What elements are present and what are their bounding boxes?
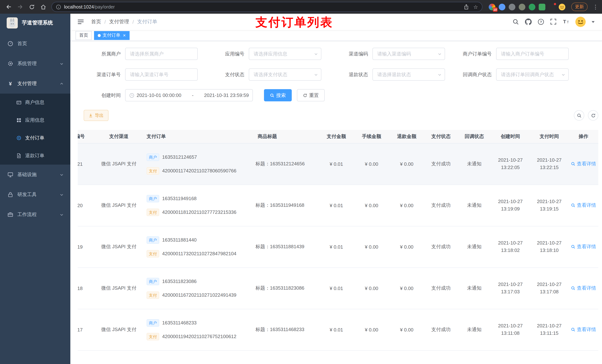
browser-update-button[interactable]: 更新 [571, 3, 588, 11]
cell-actions: 查看详情 [569, 143, 598, 185]
omnibox-actions: ☆ [464, 4, 478, 10]
extension-colorful-icon[interactable]: 10 [489, 3, 495, 10]
extension-gray-icon[interactable] [509, 3, 515, 10]
toggle-search-icon[interactable] [574, 110, 584, 121]
chevron-down-icon [561, 73, 565, 77]
sidebar-item-refund-order[interactable]: 退款订单 [0, 147, 70, 165]
cell-refund: ¥ 0.00 [389, 268, 424, 309]
share-icon[interactable] [464, 4, 469, 10]
github-icon[interactable] [525, 19, 532, 25]
back-icon[interactable] [4, 2, 14, 12]
sidebar-item-merchant-info[interactable]: 商户信息 [0, 94, 70, 111]
fullscreen-icon[interactable] [550, 19, 557, 25]
extension-blue-icon[interactable] [499, 3, 505, 10]
merchant-input[interactable] [125, 48, 198, 60]
cell-pay-order: 商户1635311351796 [143, 350, 254, 364]
breadcrumb-home[interactable]: 首页 [91, 19, 101, 25]
extension-green-square-icon[interactable] [539, 3, 545, 10]
top-navbar: 首页 / 支付管理 / 支付订单 支付订单列表 ? TT [70, 14, 602, 30]
url-host: localhost:1024 [64, 4, 94, 10]
refund-status-select[interactable] [372, 68, 445, 81]
view-detail-link[interactable]: 查看详情 [571, 326, 596, 333]
cell-pay-order: 商户1635311949168 支付4200001181202110277723… [143, 185, 254, 226]
home-icon[interactable] [38, 2, 48, 12]
hamburger-icon[interactable] [77, 18, 85, 26]
bookmark-star-icon[interactable]: ☆ [473, 4, 478, 10]
refund-status-input[interactable] [372, 68, 445, 81]
search-button[interactable]: 搜索 [264, 89, 292, 101]
merchant-select[interactable] [125, 48, 198, 60]
search-icon[interactable] [512, 19, 519, 25]
pay-tag: 支付 [147, 250, 159, 257]
merchant-order-no-field[interactable] [496, 48, 569, 60]
cell-channel [95, 350, 143, 364]
view-detail-link[interactable]: 查看详情 [571, 285, 596, 291]
sidebar-item-home[interactable]: 首页 [0, 34, 70, 54]
channel-code-select[interactable] [372, 48, 445, 60]
sidebar-menu: 首页 系统管理 ¥ 支付管理 商户信息 [0, 32, 70, 364]
breadcrumb-separator: / [104, 19, 106, 25]
filter-pay-status-label: 支付状态 [207, 71, 244, 78]
sidebar-item-payment[interactable]: ¥ 支付管理 [0, 74, 70, 94]
col-callback-status: 回调状态 [458, 130, 491, 143]
app-title: 芋道管理系统 [22, 20, 53, 26]
close-icon[interactable]: × [123, 33, 126, 38]
table-row: 20 微信 JSAPI 支付 商户1635311949168 支付4200001… [78, 185, 598, 226]
col-channel: 支付渠道 [95, 130, 143, 143]
cell-pay-time: 2021-10-2713:19:15 [530, 185, 569, 226]
sidebar-item-workflow[interactable]: 工作流程 [0, 205, 70, 225]
create-time-range-picker[interactable]: 2021-10-01 00:00:00 - 2021-10-31 23:59:5… [125, 89, 253, 101]
sidebar-item-pay-order[interactable]: 支付订单 [0, 129, 70, 147]
extension-badge: 10 [493, 7, 498, 12]
cell-refund: ¥ 0.00 [389, 143, 424, 185]
tab-pay-order[interactable]: 支付订单 × [94, 31, 129, 40]
callback-status-input[interactable] [496, 68, 569, 81]
tab-home[interactable]: 首页 [75, 31, 92, 40]
sidebar-item-app-info[interactable]: 应用信息 [0, 111, 70, 129]
sidebar-item-system[interactable]: 系统管理 [0, 54, 70, 74]
refresh-icon[interactable] [588, 110, 598, 121]
breadcrumb-pay-management[interactable]: 支付管理 [109, 19, 129, 25]
sidebar-item-label: 应用信息 [25, 117, 44, 124]
merchant-order-no: 1635311468233 [162, 320, 197, 325]
avatar-caret-icon[interactable] [592, 21, 595, 23]
channel-code-input[interactable] [372, 48, 445, 60]
app-logo: 芋道管理系统 [0, 14, 70, 32]
card-icon [16, 100, 22, 105]
cell-callback-status [458, 350, 491, 364]
site-info-icon[interactable] [56, 4, 61, 10]
sidebar-item-infrastructure[interactable]: 基础设施 [0, 165, 70, 185]
sidebar-item-dev-tools[interactable]: 研发工具 [0, 185, 70, 205]
pay-status-select[interactable] [249, 68, 321, 81]
app-select[interactable] [249, 48, 321, 60]
channel-order-no-input[interactable] [125, 68, 198, 81]
user-avatar[interactable] [575, 17, 586, 27]
date-separator: - [183, 93, 202, 98]
reset-button[interactable]: 重置 [297, 89, 325, 101]
forward-icon[interactable] [15, 2, 25, 12]
help-icon[interactable]: ? [538, 19, 544, 25]
filter-merchant-label: 所属商户 [84, 51, 121, 57]
browser-menu-icon[interactable]: ⋮ [593, 3, 598, 10]
extension-olive-icon[interactable] [519, 3, 525, 10]
cell-id: 20 [78, 185, 95, 226]
reload-icon[interactable] [27, 2, 37, 12]
callback-status-select[interactable] [496, 68, 569, 81]
export-button[interactable]: 导出 [84, 110, 108, 121]
channel-order-no-field[interactable] [125, 68, 198, 81]
logo-rabbit-icon [7, 17, 18, 29]
pay-status-input[interactable] [249, 68, 321, 81]
merchant-order-no-input[interactable] [496, 48, 569, 60]
extension-dark-icon[interactable] [549, 3, 555, 10]
profile-emoji-icon[interactable] [559, 3, 565, 10]
app-input[interactable] [249, 48, 321, 60]
view-detail-link[interactable]: 查看详情 [571, 161, 596, 167]
reset-button-label: 重置 [309, 92, 319, 99]
font-size-icon[interactable]: TT [563, 19, 570, 25]
view-detail-link[interactable]: 查看详情 [571, 243, 596, 250]
view-detail-link[interactable]: 查看详情 [571, 202, 596, 209]
extension-green-circle-icon[interactable] [529, 3, 535, 10]
cell-amount: ¥ 0.01 [319, 185, 354, 226]
chevron-down-icon [314, 73, 318, 77]
address-bar[interactable]: localhost:1024/pay/order ☆ [52, 2, 483, 12]
